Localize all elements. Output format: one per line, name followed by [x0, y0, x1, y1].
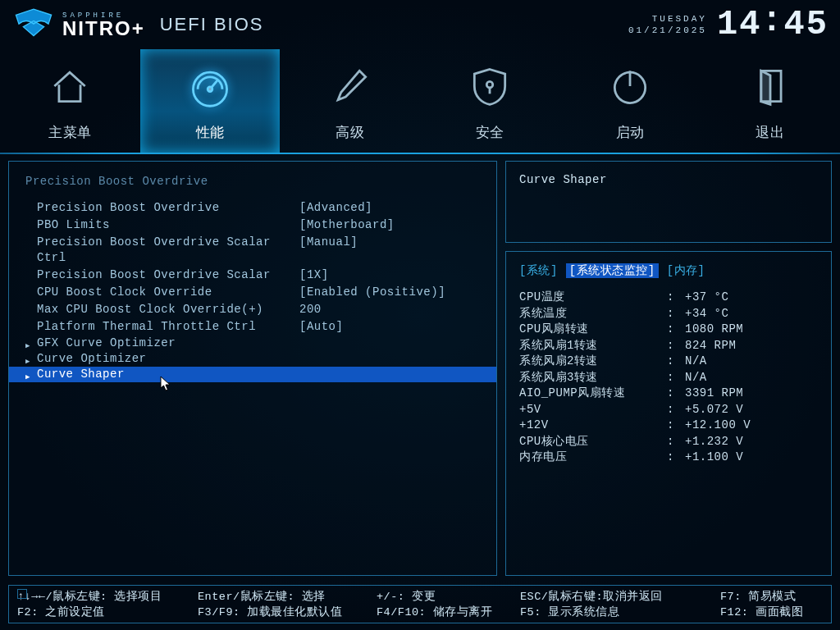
setting-row[interactable]: Platform Thermal Throttle Ctrl[Auto] [9, 318, 496, 336]
nav-label: 高级 [336, 123, 364, 142]
stat-row: +12V:+12.100 V [519, 418, 818, 434]
exit-icon [747, 61, 793, 112]
nav-tab-main[interactable]: 主菜单 [0, 49, 140, 153]
logo-group: SAPPHIRE NITRO+ [11, 7, 145, 42]
stat-row: 内存电压:+1.100 V [519, 450, 818, 466]
footer-hints: ↑↓→←/鼠标左键: 选择项目 F2: 之前设定值 Enter/鼠标左键: 选择… [8, 585, 832, 623]
stats-rows: CPU温度:+37 °C系统温度:+34 °CCPU风扇转速:1080 RPM系… [519, 290, 818, 466]
setting-row[interactable]: Precision Boost Overdrive[Advanced] [9, 199, 496, 217]
sec-icon [467, 61, 513, 112]
stat-key: 系统风扇1转速 [519, 338, 667, 354]
stats-panel: 系统系统状态监控内存 CPU温度:+37 °C系统温度:+34 °CCPU风扇转… [505, 251, 832, 576]
stat-value: +1.232 V [685, 434, 818, 450]
footer-col-4: ESC/鼠标右键:取消并返回 F5: 显示系统信息 [520, 589, 720, 619]
nav-label: 退出 [756, 123, 784, 142]
setting-row[interactable]: Precision Boost Overdrive Scalar Ctrl[Ma… [9, 234, 496, 267]
brand: NITRO+ [62, 20, 145, 38]
stat-key: CPU风扇转速 [519, 322, 667, 338]
clock-hh: 14 [717, 5, 761, 44]
setting-value: [1X] [299, 267, 480, 283]
stats-tab[interactable]: 系统 [519, 263, 558, 278]
clock-group: TUESDAY 01/21/2025 14:45 [628, 5, 829, 44]
setting-key: Precision Boost Overdrive Scalar Ctrl [37, 235, 299, 266]
hint: F2: 之前设定值 [17, 605, 198, 619]
day-date: TUESDAY 01/21/2025 [628, 13, 707, 37]
nav-label: 启动 [616, 123, 645, 142]
stat-key: +5V [519, 402, 667, 418]
setting-row[interactable]: Precision Boost Overdrive Scalar[1X] [9, 267, 496, 284]
setting-row[interactable]: CPU Boost Clock Override[Enabled (Positi… [9, 284, 496, 301]
nav-tab-boot[interactable]: 启动 [560, 49, 701, 153]
stat-row: CPU核心电压:+1.232 V [519, 434, 818, 450]
clock: 14:45 [717, 5, 829, 44]
stat-row: CPU温度:+37 °C [519, 290, 818, 306]
setting-row[interactable]: PBO Limits[Motherboard] [9, 217, 496, 234]
nav-tab-sec[interactable]: 安全 [420, 49, 560, 153]
stat-value: 1080 RPM [685, 322, 818, 338]
help-text: Curve Shaper [519, 173, 818, 186]
svg-point-2 [208, 86, 212, 91]
setting-value: [Advanced] [299, 200, 480, 216]
perf-icon [187, 61, 233, 112]
stats-tab[interactable]: 系统状态监控 [566, 263, 659, 278]
hint: ESC/鼠标右键:取消并返回 [520, 589, 720, 604]
stats-tab[interactable]: 内存 [667, 263, 705, 278]
hint: F12: 画面截图 [720, 605, 823, 619]
stat-row: AIO_PUMP风扇转速:3391 RPM [519, 386, 818, 402]
submenu-item[interactable]: Curve Optimizer [9, 351, 496, 367]
stats-tabs: 系统系统状态监控内存 [519, 263, 818, 278]
setting-key: PBO Limits [37, 217, 299, 233]
stat-row: CPU风扇转速:1080 RPM [519, 322, 818, 338]
submenu-item[interactable]: Curve Shaper [9, 367, 496, 382]
setting-key: Platform Thermal Throttle Ctrl [37, 319, 299, 335]
uefi-title: UEFI BIOS [160, 14, 264, 35]
setting-key: CPU Boost Clock Override [37, 285, 299, 300]
right-column: Curve Shaper 系统系统状态监控内存 CPU温度:+37 °C系统温度… [505, 161, 832, 576]
stat-key: AIO_PUMP风扇转速 [519, 386, 667, 402]
footer-col-5: F7: 简易模式 F12: 画面截图 [720, 589, 823, 619]
settings-rows: Precision Boost Overdrive[Advanced]PBO L… [9, 199, 496, 336]
header: SAPPHIRE NITRO+ UEFI BIOS TUESDAY 01/21/… [0, 0, 840, 49]
stat-value: +34 °C [685, 306, 818, 322]
hint: ↑↓→←/鼠标左键: 选择项目 [17, 589, 198, 604]
day-label: TUESDAY [628, 13, 707, 25]
stat-value: N/A [685, 354, 818, 370]
main-area: Precision Boost Overdrive Precision Boos… [0, 154, 840, 576]
setting-value: 200 [299, 302, 480, 317]
hint: F4/F10: 储存与离开 [377, 605, 520, 619]
logo-icon [11, 7, 56, 42]
setting-value: [Auto] [299, 319, 480, 335]
stat-value: 3391 RPM [685, 386, 818, 402]
stat-key: +12V [519, 418, 667, 434]
main-icon [47, 61, 93, 112]
help-panel: Curve Shaper [505, 161, 832, 243]
submenu-list: GFX Curve OptimizerCurve OptimizerCurve … [9, 336, 496, 382]
setting-key: Precision Boost Overdrive [37, 200, 299, 216]
logo-text: SAPPHIRE NITRO+ [62, 11, 145, 38]
setting-value: [Manual] [299, 235, 480, 266]
setting-value: [Motherboard] [299, 217, 480, 233]
setting-key: Max CPU Boost Clock Override(+) [37, 302, 299, 317]
setting-row[interactable]: Max CPU Boost Clock Override(+)200 [9, 301, 496, 318]
hint: +/-: 变更 [377, 589, 520, 604]
stat-value: N/A [685, 370, 818, 386]
nav-tab-perf[interactable]: 性能 [140, 49, 281, 153]
nav-tab-adv[interactable]: 高级 [280, 49, 420, 153]
bios-screen: SAPPHIRE NITRO+ UEFI BIOS TUESDAY 01/21/… [0, 0, 840, 630]
nav-tab-exit[interactable]: 退出 [700, 49, 840, 153]
date-label: 01/21/2025 [628, 25, 707, 36]
clock-mm: 45 [784, 5, 829, 44]
nav-bar: 主菜单性能高级安全启动退出 [0, 49, 840, 153]
stat-key: 系统风扇3转速 [519, 370, 667, 386]
hint: F7: 简易模式 [720, 589, 823, 604]
stat-key: 系统风扇2转速 [519, 354, 667, 370]
stat-row: 系统风扇3转速:N/A [519, 370, 818, 386]
stat-row: +5V:+5.072 V [519, 402, 818, 418]
hint: Enter/鼠标左键: 选择 [198, 589, 377, 604]
hint: F5: 显示系统信息 [520, 605, 720, 619]
stat-key: CPU温度 [519, 290, 667, 306]
footer-col-3: +/-: 变更 F4/F10: 储存与离开 [377, 589, 520, 619]
stat-value: +1.100 V [685, 450, 818, 466]
submenu-item[interactable]: GFX Curve Optimizer [9, 336, 496, 351]
boot-icon [607, 61, 653, 112]
